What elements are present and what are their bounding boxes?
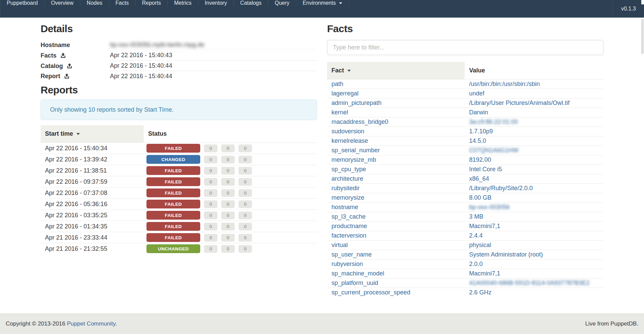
- table-row: sp_platform_uuid 41A00040-686B-591D-8114…: [327, 279, 603, 288]
- nav-item-inventory[interactable]: Inventory: [198, 0, 234, 6]
- fact-name-link[interactable]: memorysize_mb: [331, 156, 376, 163]
- table-row: Apr 22 2016 - 01:34:35 FAILED 000: [41, 221, 317, 232]
- fact-value[interactable]: 2.6 GHz: [469, 289, 491, 296]
- fact-value[interactable]: /usr/bin:/bin:/usr/sbin:/sbin: [469, 81, 540, 87]
- fact-name-link[interactable]: architecture: [331, 175, 363, 182]
- detail-value: Apr 22 2016 - 15:40:44: [110, 61, 317, 71]
- fact-value[interactable]: bp-osx-003056: [469, 204, 510, 210]
- column-header-fact[interactable]: Fact: [327, 62, 465, 80]
- sort-desc-icon: [347, 70, 351, 72]
- reports-table-body: Apr 22 2016 - 15:40:34 FAILED 000 Apr 22…: [41, 143, 317, 254]
- fact-value[interactable]: physical: [469, 242, 491, 248]
- fact-value[interactable]: 2.0.0: [469, 261, 483, 267]
- chevron-down-icon: [339, 2, 342, 4]
- fact-value[interactable]: /Library/User Pictures/Animals/Owl.tif: [469, 99, 570, 106]
- table-row: Apr 21 2016 - 21:32:55 UNCHANGED 000: [41, 243, 317, 254]
- fact-name-link[interactable]: sudoversion: [331, 128, 364, 135]
- facts-table-body: path /usr/bin:/bin:/usr/sbin:/sbin lager…: [327, 80, 603, 297]
- count-badge: 0: [204, 178, 217, 186]
- fact-name-link[interactable]: lagerregal: [331, 90, 359, 97]
- fact-name-link[interactable]: sp_l3_cache: [331, 213, 366, 220]
- table-row: lagerregal undef: [327, 89, 603, 98]
- status-badge: FAILED: [146, 188, 200, 197]
- count-badge: 0: [221, 156, 235, 163]
- nav-item-reports[interactable]: Reports: [136, 0, 168, 6]
- fact-value[interactable]: /Library/Ruby/Site/2.0.0: [469, 185, 533, 192]
- fact-value[interactable]: 2.4.4: [469, 232, 483, 239]
- report-start-time: Apr 22 2016 - 13:39:42: [41, 154, 144, 165]
- upload-icon[interactable]: [61, 53, 66, 58]
- column-header-value[interactable]: Value: [465, 62, 603, 80]
- fact-value[interactable]: 1.7.10p9: [469, 128, 493, 135]
- fact-name-link[interactable]: sp_current_processor_speed: [331, 289, 410, 296]
- fact-name-link[interactable]: kernel: [331, 109, 348, 116]
- table-row: path /usr/bin:/bin:/usr/sbin:/sbin: [327, 80, 603, 89]
- fact-name-link[interactable]: path: [331, 81, 343, 87]
- nav-item-catalogs[interactable]: Catalogs: [234, 0, 268, 6]
- fact-name-link[interactable]: sp_user_name: [331, 251, 372, 258]
- reports-table: Start time Status Apr 22 2016 - 15:40:34…: [41, 125, 317, 254]
- upload-icon[interactable]: [64, 73, 69, 79]
- fact-value[interactable]: Macmini7,1: [469, 270, 500, 277]
- nav-item-nodes[interactable]: Nodes: [80, 0, 109, 6]
- fact-name-link[interactable]: facterversion: [331, 232, 366, 239]
- fact-value[interactable]: Darwin: [469, 109, 488, 116]
- count-badges: 000: [204, 144, 256, 152]
- fact-value[interactable]: x86_64: [469, 175, 489, 182]
- count-badge: 0: [204, 144, 217, 152]
- copyright-suffix: .: [115, 320, 117, 327]
- upload-icon[interactable]: [67, 63, 72, 69]
- table-row: sp_l3_cache 3 MB: [327, 212, 603, 222]
- fact-name-link[interactable]: rubysitedir: [331, 185, 360, 192]
- count-badges: 000: [204, 167, 256, 175]
- fact-name-link[interactable]: sp_platform_uuid: [331, 280, 378, 286]
- fact-name-link[interactable]: kernelrelease: [331, 137, 368, 144]
- status-badge: CHANGED: [146, 155, 200, 164]
- column-header-start-time[interactable]: Start time: [41, 125, 144, 143]
- count-badge: 0: [221, 245, 235, 253]
- detail-value: bp-osx-003056.mpib-berlin.mpg.de: [110, 40, 317, 50]
- count-badge: 0: [204, 245, 217, 253]
- fact-value[interactable]: 14.5.0: [469, 137, 486, 144]
- fact-filter-input[interactable]: [327, 40, 603, 55]
- fact-value[interactable]: 8.00 GB: [469, 194, 491, 201]
- fact-value[interactable]: 41A00040-686B-591D-8114-0A937787B3E2: [469, 280, 590, 286]
- fact-name-link[interactable]: rubyversion: [331, 261, 363, 267]
- scrollbar-thumb[interactable]: [641, 19, 644, 54]
- fact-value[interactable]: C07QN1A6G1HW: [469, 147, 519, 154]
- fact-name-link[interactable]: sp_cpu_type: [331, 166, 366, 173]
- fact-name-link[interactable]: memorysize: [331, 194, 364, 201]
- count-badge: 0: [221, 167, 235, 175]
- nav-item-facts[interactable]: Facts: [109, 0, 136, 6]
- fact-value[interactable]: System Administrator (root): [469, 251, 543, 258]
- column-header-status[interactable]: Status: [144, 125, 317, 143]
- count-badges: 000: [204, 245, 256, 253]
- puppet-community-link[interactable]: Puppet Community: [67, 320, 115, 327]
- fact-name-link[interactable]: virtual: [331, 242, 348, 248]
- nav-dropdown-label: Environments: [303, 0, 336, 6]
- fact-name-link[interactable]: productname: [331, 223, 367, 229]
- fact-value[interactable]: Intel Core i5: [469, 166, 502, 173]
- count-badge: 0: [204, 189, 217, 197]
- fact-value[interactable]: 3a:c9:86:22:01:00: [469, 118, 518, 125]
- fact-name-link[interactable]: hostname: [331, 204, 358, 210]
- fact-value[interactable]: Macmini7,1: [469, 223, 500, 229]
- nav-item-query[interactable]: Query: [268, 0, 296, 6]
- nav-dropdown-environments[interactable]: Environments: [296, 0, 349, 6]
- fact-name-link[interactable]: sp_machine_model: [331, 270, 384, 277]
- fact-value[interactable]: undef: [469, 90, 484, 97]
- count-badge: 0: [238, 178, 252, 186]
- fact-value[interactable]: 8192.00: [469, 156, 491, 163]
- table-row: sp_cpu_type Intel Core i5: [327, 165, 603, 174]
- fact-name-link[interactable]: macaddress_bridge0: [331, 118, 388, 125]
- nav-item-overview[interactable]: Overview: [45, 0, 80, 6]
- detail-label: Hostname: [41, 40, 70, 50]
- table-row: rubysitedir /Library/Ruby/Site/2.0.0: [327, 184, 603, 193]
- fact-name-link[interactable]: admin_picturepath: [331, 99, 382, 106]
- nav-brand[interactable]: Puppetboard: [0, 0, 45, 6]
- nav-item-metrics[interactable]: Metrics: [168, 0, 199, 6]
- fact-name-link[interactable]: sp_serial_number: [331, 147, 380, 154]
- count-badges: 000: [204, 178, 256, 186]
- count-badges: 000: [204, 234, 256, 242]
- fact-value[interactable]: 3 MB: [469, 213, 483, 220]
